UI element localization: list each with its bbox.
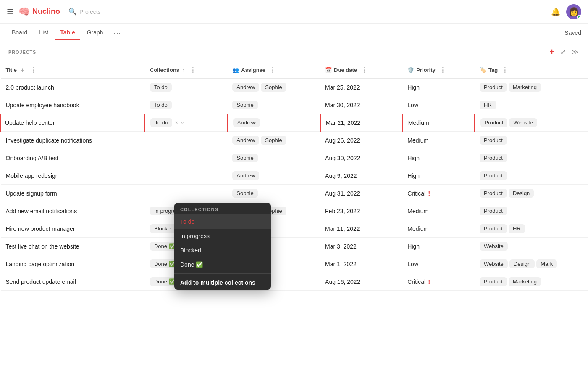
- assignee-chip[interactable]: Sophie: [232, 101, 257, 109]
- tab-table[interactable]: Table: [55, 26, 80, 40]
- tag-label[interactable]: Product: [480, 224, 507, 233]
- cell-due-date: Aug 16, 2022: [320, 273, 402, 291]
- assignee-chip[interactable]: Sophie: [232, 189, 257, 198]
- tag-label[interactable]: Design: [509, 189, 534, 198]
- tab-more-icon[interactable]: ⋯: [112, 26, 123, 39]
- table-row: Update help centerTo do×∨AndrewMar 21, 2…: [1, 114, 588, 132]
- tag-label[interactable]: Product: [480, 207, 507, 215]
- priority-icon: 🛡️: [407, 67, 414, 73]
- cell-collection[interactable]: [145, 132, 227, 149]
- cell-title[interactable]: Hire new product manager: [1, 220, 145, 238]
- cell-title[interactable]: Update employee handbook: [1, 96, 145, 114]
- tag-label[interactable]: Website: [509, 118, 537, 127]
- col-collections: Collections ↑ ⋮: [145, 62, 227, 79]
- cell-due-date: Aug 26, 2022: [320, 132, 402, 149]
- dropdown-add-multiple[interactable]: Add to multiple collections: [174, 275, 271, 290]
- assignee-chip[interactable]: Andrew: [232, 136, 259, 145]
- tab-graph[interactable]: Graph: [82, 26, 108, 40]
- table-row: Mobile app redesignAndrewAug 9, 2022High…: [1, 167, 588, 185]
- col-assignee-menu[interactable]: ⋮: [268, 65, 278, 75]
- col-due-date-menu[interactable]: ⋮: [359, 65, 369, 75]
- cell-title[interactable]: Update signup form: [1, 185, 145, 202]
- cell-title[interactable]: Investigate duplicate notifications: [1, 132, 145, 149]
- col-title-add[interactable]: +: [19, 66, 26, 75]
- dropdown-item-inprogress[interactable]: In progress: [174, 229, 271, 243]
- cell-collection[interactable]: [145, 167, 227, 185]
- tag-label[interactable]: Product: [480, 136, 507, 145]
- tag-label[interactable]: HR: [480, 101, 496, 109]
- menu-icon[interactable]: ☰: [7, 7, 13, 16]
- table-row: Add new email notificationsIn progressAn…: [1, 202, 588, 220]
- tag-label[interactable]: Product: [480, 171, 507, 180]
- cell-collection[interactable]: To do: [145, 79, 227, 96]
- tag-label[interactable]: Product: [480, 83, 507, 92]
- cell-title[interactable]: Mobile app redesign: [1, 167, 145, 185]
- tag-label[interactable]: Mark: [536, 259, 557, 268]
- assignee-chip[interactable]: Sophie: [232, 154, 257, 162]
- tag-label[interactable]: Website: [480, 242, 508, 251]
- tag-label[interactable]: Product: [480, 154, 507, 162]
- dropdown-item-blocked[interactable]: Blocked: [174, 243, 271, 257]
- col-due-date: 📅 Due date ⋮: [320, 62, 402, 79]
- logo-icon: 🧠: [18, 6, 30, 17]
- tag-label[interactable]: Website: [480, 259, 508, 268]
- tab-list[interactable]: List: [34, 26, 53, 40]
- tag-label[interactable]: Marketing: [509, 83, 541, 92]
- cell-due-date: Mar 1, 2022: [320, 255, 402, 273]
- add-icon[interactable]: +: [549, 46, 555, 58]
- cell-tags: WebsiteDesignMark: [475, 255, 588, 273]
- tag-label[interactable]: Product: [480, 277, 507, 286]
- cell-due-date: Feb 23, 2022: [320, 202, 402, 220]
- cell-due-date: Mar 21, 2022: [320, 114, 402, 132]
- col-collections-menu[interactable]: ⋮: [188, 65, 198, 75]
- topbar: ☰ 🧠 Nuclino 🔍 Projects 🔔 👩: [0, 0, 588, 24]
- cell-title[interactable]: Landing page optimization: [1, 255, 145, 273]
- cell-title[interactable]: Send product update email: [1, 273, 145, 291]
- cell-assignee: Sophie: [227, 96, 320, 114]
- cell-title[interactable]: 2.0 product launch: [1, 79, 145, 96]
- expand-icon[interactable]: ⤢: [559, 47, 567, 57]
- assignee-chip[interactable]: Sophie: [261, 136, 286, 145]
- cell-collection[interactable]: [145, 185, 227, 202]
- section-header: PROJECTS + ⤢ ≫: [0, 42, 588, 62]
- col-tag-menu[interactable]: ⋮: [500, 65, 510, 75]
- cell-title[interactable]: Add new email notifications: [1, 202, 145, 220]
- cell-collection[interactable]: To do×∨: [145, 114, 227, 132]
- cell-collection[interactable]: To do: [145, 96, 227, 114]
- cell-priority: Medium: [402, 114, 475, 132]
- cell-assignee: AndrewSophie: [227, 132, 320, 149]
- dropdown-item-done[interactable]: Done ✅: [174, 257, 271, 272]
- dropdown-item-todo[interactable]: To do: [174, 214, 271, 229]
- tab-board[interactable]: Board: [7, 26, 32, 40]
- tag-label[interactable]: Design: [509, 259, 535, 268]
- cell-priority: High: [402, 79, 475, 96]
- cell-due-date: Mar 25, 2022: [320, 79, 402, 96]
- search-area[interactable]: 🔍 Projects: [68, 8, 546, 16]
- avatar[interactable]: 👩: [566, 4, 581, 19]
- cell-assignee: AndrewSophie: [227, 79, 320, 96]
- assignee-chip[interactable]: Andrew: [233, 118, 260, 127]
- tag-label[interactable]: Product: [480, 189, 507, 198]
- projects-table: Title + ⋮ Collections ↑ ⋮ 👥 Assigne: [0, 62, 588, 291]
- cell-title[interactable]: Update help center: [1, 114, 145, 132]
- col-collections-sort[interactable]: ↑: [181, 66, 186, 74]
- dropdown-divider: [174, 273, 271, 274]
- cell-collection[interactable]: [145, 149, 227, 167]
- cell-title[interactable]: Onboarding A/B test: [1, 149, 145, 167]
- tag-label[interactable]: Marketing: [509, 277, 541, 286]
- tag-label[interactable]: Product: [480, 118, 508, 127]
- col-title-menu[interactable]: ⋮: [28, 65, 38, 75]
- table-header-row: Title + ⋮ Collections ↑ ⋮ 👥 Assigne: [1, 62, 588, 79]
- cell-priority: Critical ‼️: [402, 185, 475, 202]
- assignee-chip[interactable]: Andrew: [232, 171, 259, 180]
- col-priority-menu[interactable]: ⋮: [438, 65, 448, 75]
- assignee-chip[interactable]: Sophie: [261, 83, 286, 92]
- tag-label[interactable]: HR: [509, 224, 525, 233]
- cell-title[interactable]: Test live chat on the website: [1, 238, 145, 255]
- collapse-icon[interactable]: ≫: [571, 47, 580, 57]
- dropdown-item-inprogress-label: In progress: [180, 233, 210, 239]
- logo-area: 🧠 Nuclino: [18, 6, 60, 17]
- assignee-chip[interactable]: Andrew: [232, 83, 259, 92]
- cell-priority: Medium: [402, 132, 475, 149]
- bell-icon[interactable]: 🔔: [551, 7, 560, 16]
